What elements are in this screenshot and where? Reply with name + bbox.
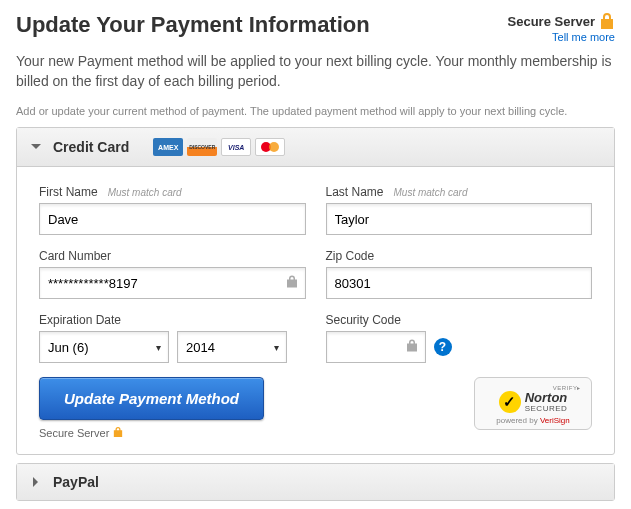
card-logos: AMEX DISCOVER VISA <box>153 138 285 156</box>
norton-secured: SECURED <box>525 404 568 413</box>
first-name-input[interactable] <box>39 203 306 235</box>
amex-icon: AMEX <box>153 138 183 156</box>
lock-icon <box>286 275 298 292</box>
card-number-label: Card Number <box>39 249 111 263</box>
norton-verisign: VeriSign <box>540 416 570 425</box>
first-name-label: First Name <box>39 185 98 199</box>
last-name-hint: Must match card <box>394 187 468 198</box>
chevron-right-icon <box>29 475 43 489</box>
last-name-input[interactable] <box>326 203 593 235</box>
zip-label: Zip Code <box>326 249 375 263</box>
update-payment-button[interactable]: Update Payment Method <box>39 377 264 420</box>
lock-icon <box>113 426 123 440</box>
credit-card-title: Credit Card <box>53 139 129 155</box>
paypal-header[interactable]: PayPal <box>17 464 614 500</box>
norton-powered: powered by <box>496 416 540 425</box>
norton-badge[interactable]: VERIFY▸ Norton SECURED powered by VeriSi… <box>474 377 592 430</box>
discover-icon: DISCOVER <box>187 138 217 156</box>
tell-me-more-link[interactable]: Tell me more <box>552 31 615 43</box>
secure-footer-label: Secure Server <box>39 427 109 439</box>
zip-input[interactable] <box>326 267 593 299</box>
paypal-title: PayPal <box>53 474 99 490</box>
last-name-label: Last Name <box>326 185 384 199</box>
expiration-label: Expiration Date <box>39 313 121 327</box>
security-code-label: Security Code <box>326 313 401 327</box>
credit-card-header[interactable]: Credit Card AMEX DISCOVER VISA <box>17 128 614 167</box>
lock-icon <box>406 339 418 356</box>
exp-month-select[interactable]: Jun (6) <box>39 331 169 363</box>
mastercard-icon <box>255 138 285 156</box>
exp-year-select[interactable]: 2014 <box>177 331 287 363</box>
credit-card-panel: Credit Card AMEX DISCOVER VISA First Nam… <box>16 127 615 455</box>
lock-icon <box>599 12 615 30</box>
norton-check-icon <box>499 391 521 413</box>
first-name-hint: Must match card <box>108 187 182 198</box>
subtitle-text: Your new Payment method will be applied … <box>16 52 615 91</box>
secure-server-badge: Secure Server Tell me more <box>508 12 615 44</box>
card-number-input[interactable] <box>39 267 306 299</box>
helper-text: Add or update your current method of pay… <box>16 105 615 117</box>
paypal-panel: PayPal <box>16 463 615 501</box>
visa-icon: VISA <box>221 138 251 156</box>
secure-label: Secure Server <box>508 14 595 29</box>
page-title: Update Your Payment Information <box>16 12 370 38</box>
norton-brand: Norton <box>525 391 568 404</box>
chevron-down-icon <box>29 140 43 154</box>
help-icon[interactable]: ? <box>434 338 452 356</box>
